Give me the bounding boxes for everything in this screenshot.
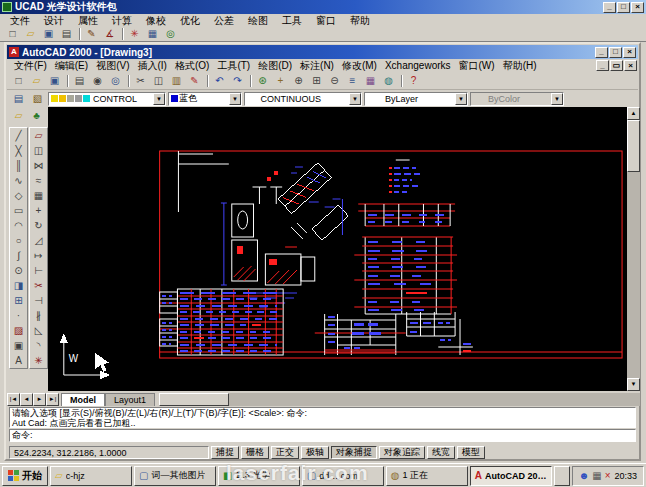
ucad-menu-item[interactable]: 公差 [208,14,240,28]
match-properties-icon[interactable]: ✎ [186,73,203,89]
multiline-icon[interactable]: ║ [10,158,27,173]
ucad-menu-item[interactable]: 像校 [140,14,172,28]
layout-tab[interactable]: Model [61,393,105,406]
status-toggle[interactable]: 正交 [271,446,299,459]
ucad-menu-item[interactable]: 绘图 [242,14,274,28]
tab-nav-button[interactable]: ► [33,393,46,406]
lineweight-combo-dropdown-icon[interactable]: ▼ [455,93,467,105]
color-combo[interactable]: 蓝色 ▼ [168,92,242,106]
task-ucad[interactable]: ◧113 光学 [218,466,300,486]
redo-icon[interactable]: ↷ [229,73,246,89]
pen-icon[interactable]: ✎ [83,27,100,41]
horizontal-scrollbar[interactable] [159,393,640,406]
make-block-icon[interactable]: ⊞ [10,293,27,308]
move-icon[interactable]: + [30,203,47,218]
hscroll-thumb[interactable] [159,393,229,406]
scale-icon[interactable]: ◿ [30,233,47,248]
angle-icon[interactable]: ∡ [101,27,118,41]
redline-icon[interactable]: ▱ [10,109,27,123]
save-icon[interactable]: ▣ [46,73,63,89]
pan-icon[interactable]: + [272,73,289,89]
zoom-realtime-icon[interactable]: ⊕ [290,73,307,89]
line-icon[interactable]: ╱ [10,128,27,143]
collapsed-task-button[interactable] [554,466,570,486]
polyline-icon[interactable]: ∿ [10,173,27,188]
status-toggle[interactable]: 线宽 [427,446,455,459]
construction-line-icon[interactable]: ╳ [10,143,27,158]
ucad-close-button[interactable]: × [631,2,644,13]
status-toggle[interactable]: 对象追踪 [379,446,425,459]
acad-close-button[interactable]: × [623,47,636,58]
sep[interactable] [125,73,131,89]
tab-nav-button[interactable]: |◄ [7,393,20,406]
acad-menu-item[interactable]: 文件(F) [10,59,51,73]
status-toggle[interactable]: 对象捕捉 [331,446,377,459]
chamfer-icon[interactable]: ◺ [30,323,47,338]
arc-icon[interactable]: ◠ [10,218,27,233]
explode-icon[interactable]: ✳ [30,353,47,368]
lengthen-icon[interactable]: ⊢ [30,263,47,278]
acad-menu-item[interactable]: 工具(T) [213,59,254,73]
region-icon[interactable]: ▣ [10,338,27,353]
vscroll-thumb[interactable] [627,120,640,172]
doc-restore-button[interactable]: ▭ [610,60,623,71]
make-layer-current-button[interactable]: ▧ [29,92,46,106]
acad-menu-item[interactable]: 修改(M) [338,59,381,73]
circle-icon[interactable]: ○ [10,233,27,248]
acad-menu-item[interactable]: 窗口(W) [455,59,499,73]
new-icon[interactable]: □ [10,73,27,89]
mirror-icon[interactable]: ⋈ [30,158,47,173]
ucad-menu-item[interactable]: 属性 [72,14,104,28]
doc-close-button[interactable]: × [624,60,637,71]
task-pictures[interactable]: ▢词—其他图片 [134,466,216,486]
status-toggle[interactable]: 极轴 [301,446,329,459]
insert-block-icon[interactable]: ◨ [10,278,27,293]
design-center-icon[interactable]: ▦ [362,73,379,89]
status-toggle[interactable]: 捕捉 [211,446,239,459]
sep[interactable] [398,73,404,89]
acad-minimize-button[interactable]: _ [595,47,608,58]
open-icon[interactable]: ▱ [28,73,45,89]
layer-combo[interactable]: CONTROL ▼ [48,92,166,106]
attach-icon[interactable]: ♣ [28,109,45,123]
ucad-maximize-button[interactable]: □ [617,2,630,13]
new-icon[interactable]: □ [4,27,21,41]
acad-maximize-button[interactable]: □ [609,47,622,58]
tray-display-icon[interactable]: ▦ [592,470,601,481]
ucad-menu-item[interactable]: 设计 [38,14,70,28]
command-history[interactable]: 请输入选项 [显示(S)/俯视(B)/左(L)/右(R)/上(T)/下(B)/字… [9,407,636,428]
scroll-up-icon[interactable]: ▲ [627,107,640,120]
layout-tab[interactable]: Layout1 [105,393,155,406]
ucad-minimize-button[interactable]: _ [603,2,616,13]
ellipse-icon[interactable]: ⊙ [10,263,27,278]
cut-icon[interactable]: ✂ [132,73,149,89]
print-icon[interactable]: ▤ [58,27,75,41]
ucad-menu-item[interactable]: 工具 [276,14,308,28]
preview-icon[interactable]: ◉ [89,73,106,89]
layers-dialog-button[interactable]: ▤ [10,92,27,106]
array-icon[interactable]: ▦ [30,188,47,203]
ucad-menu-item[interactable]: 文件 [4,14,36,28]
sep[interactable] [64,73,70,89]
open-folder-icon[interactable]: ▱ [22,27,39,41]
tab-nav-button[interactable]: ◄ [20,393,33,406]
acad-menu-item[interactable]: 标注(N) [296,59,338,73]
undo-icon[interactable]: ↶ [211,73,228,89]
break-icon[interactable]: ∦ [30,308,47,323]
layer-combo-dropdown-icon[interactable]: ▼ [153,93,165,105]
command-input[interactable]: 命令: [9,429,636,442]
clock[interactable]: 20:33 [614,471,637,481]
trim-icon[interactable]: ✂ [30,278,47,293]
save-icon[interactable]: ▣ [40,27,57,41]
ucad-menu-item[interactable]: 窗口 [310,14,342,28]
scroll-down-icon[interactable]: ▼ [627,378,640,391]
stretch-icon[interactable]: ↦ [30,248,47,263]
hatch-icon[interactable]: ▨ [10,323,27,338]
task-acad[interactable]: AAutoCAD 200.. [470,466,552,486]
globe-icon[interactable]: ◎ [162,27,179,41]
properties-icon[interactable]: ≡ [344,73,361,89]
extend-icon[interactable]: ⊣ [30,293,47,308]
zoom-window-icon[interactable]: ⊞ [308,73,325,89]
dbconnect-icon[interactable]: ◍ [380,73,397,89]
point-icon[interactable]: · [10,308,27,323]
